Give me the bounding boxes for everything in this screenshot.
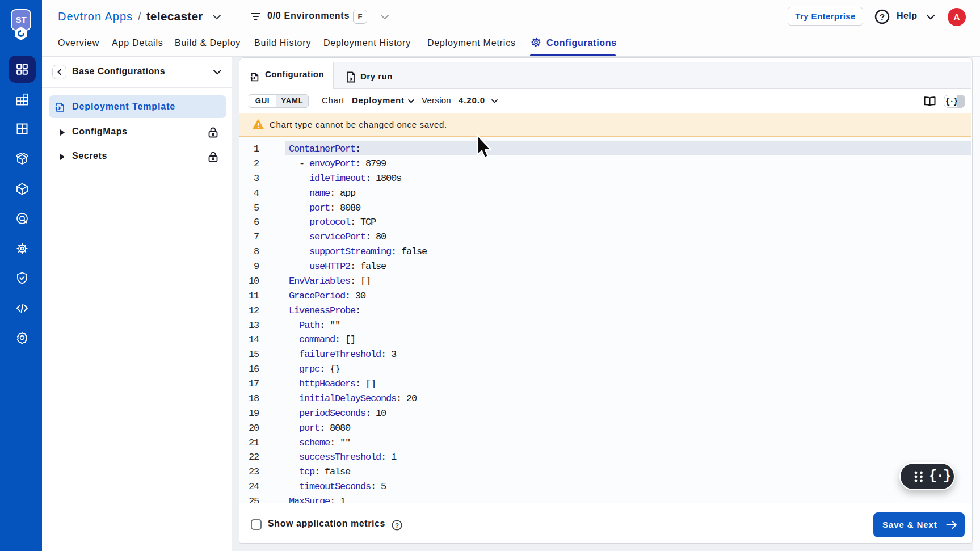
- svg-text:?: ?: [880, 12, 885, 22]
- svg-text:?: ?: [395, 522, 399, 529]
